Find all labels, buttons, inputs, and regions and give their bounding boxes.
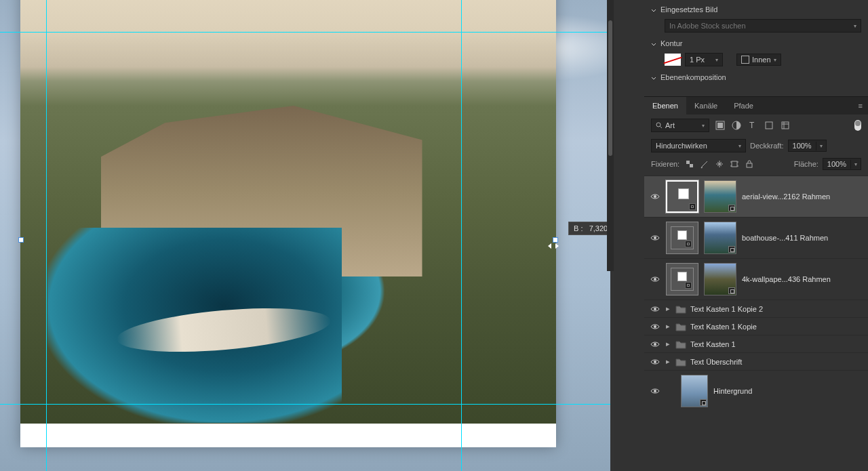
tab-paths[interactable]: Pfade	[726, 97, 762, 115]
guide-horizontal[interactable]	[0, 404, 610, 405]
layer-group-row[interactable]: ▸ Text Kasten 1 Kopie 2	[644, 300, 868, 317]
tab-layers[interactable]: Ebenen	[644, 97, 686, 115]
visibility-toggle[interactable]	[650, 356, 660, 367]
svg-point-13	[654, 237, 656, 239]
guide-horizontal[interactable]	[0, 32, 610, 33]
section-layer-comp[interactable]: Ebenenkomposition	[651, 70, 861, 84]
svg-point-19	[654, 390, 656, 392]
visibility-toggle[interactable]	[650, 232, 660, 243]
layer-name[interactable]: 4k-wallpape...436 Rahmen	[742, 275, 863, 283]
visibility-toggle[interactable]	[650, 339, 660, 350]
visibility-toggle[interactable]	[650, 274, 660, 285]
layer-thumbnail[interactable]	[704, 180, 736, 213]
transform-handle-left[interactable]	[18, 237, 24, 243]
frame-thumbnail[interactable]	[666, 263, 698, 295]
filter-type-icon[interactable]: T	[747, 120, 758, 131]
fill-value: 100%	[823, 159, 850, 169]
filter-pixel-icon[interactable]	[715, 120, 726, 131]
chevron-down-icon: ▾	[774, 57, 776, 63]
frame-thumbnail[interactable]	[666, 180, 698, 213]
layer-name[interactable]: Hintergrund	[713, 387, 863, 395]
visibility-toggle[interactable]	[650, 304, 660, 314]
stroke-align-icon	[741, 56, 749, 64]
folder-icon	[675, 357, 686, 367]
stock-search-dropdown[interactable]: In Adobe Stock suchen ▾	[665, 19, 861, 33]
document-frame[interactable]	[20, 0, 556, 447]
svg-rect-11	[747, 163, 752, 167]
folder-icon	[675, 322, 686, 331]
visibility-toggle[interactable]	[650, 386, 660, 396]
vertical-scrollbar[interactable]	[607, 0, 614, 271]
lock-artboard-icon[interactable]	[728, 158, 741, 170]
section-stroke[interactable]: Kontur	[651, 37, 861, 50]
layer-thumbnail[interactable]	[681, 375, 708, 407]
layer-row[interactable]: 4k-wallpape...436 Rahmen	[644, 258, 868, 300]
lock-all-icon[interactable]	[743, 158, 755, 170]
svg-point-0	[656, 123, 660, 127]
layer-row[interactable]: Hintergrund	[644, 370, 868, 411]
filter-kind-label: Art	[665, 121, 675, 129]
search-icon	[656, 122, 663, 129]
layer-thumbnail[interactable]	[704, 263, 736, 295]
filter-toggle[interactable]	[854, 120, 861, 131]
frame-thumbnail[interactable]	[666, 222, 698, 254]
fill-input[interactable]: 100% ▾	[823, 158, 861, 170]
layer-name[interactable]: Text Kasten 1 Kopie 2	[690, 305, 863, 313]
frame-badge-icon	[685, 282, 692, 289]
layer-name[interactable]: Text Kasten 1 Kopie	[690, 323, 863, 331]
frame-badge-icon	[685, 241, 692, 247]
layer-group-row[interactable]: ▸ Text Kasten 1	[644, 335, 868, 352]
layer-name[interactable]: aerial-view...2162 Rahmen	[742, 192, 863, 201]
properties-panel: Eingesetztes Bild In Adobe Stock suchen …	[644, 0, 868, 87]
lock-position-icon[interactable]	[713, 158, 726, 170]
layer-name[interactable]: boathouse-...411 Rahmen	[742, 234, 863, 242]
chevron-right-icon[interactable]: ▸	[665, 304, 671, 313]
canvas-area[interactable]: B : 7,320 Zoll	[0, 0, 610, 471]
measurement-tooltip: B : 7,320 Zoll	[568, 222, 610, 235]
guide-vertical[interactable]	[46, 0, 47, 471]
tab-channels[interactable]: Kanäle	[686, 97, 726, 115]
layer-group-row[interactable]: ▸ Text Kasten 1 Kopie	[644, 317, 868, 335]
layer-row[interactable]: boathouse-...411 Rahmen	[644, 217, 868, 258]
panel-tabs: Ebenen Kanäle Pfade ≡	[644, 97, 868, 115]
filter-adjustment-icon[interactable]	[731, 120, 742, 131]
svg-point-16	[654, 325, 656, 328]
section-title: Ebenenkomposition	[660, 73, 726, 81]
lock-pixels-icon[interactable]	[698, 158, 711, 170]
blend-mode-dropdown[interactable]: Hindurchwirken ▾	[651, 139, 746, 152]
layer-row[interactable]: aerial-view...2162 Rahmen	[644, 176, 868, 217]
frame-badge-icon	[689, 203, 696, 210]
layer-thumbnail[interactable]	[704, 222, 736, 254]
stroke-color-swatch[interactable]	[665, 54, 681, 66]
chevron-right-icon[interactable]: ▸	[665, 357, 671, 366]
resize-cursor-icon	[548, 241, 559, 248]
fill-label: Fläche:	[794, 160, 818, 168]
filter-shape-icon[interactable]	[764, 120, 774, 131]
visibility-toggle[interactable]	[650, 321, 660, 332]
stroke-align-dropdown[interactable]: Innen ▾	[736, 54, 781, 66]
chevron-right-icon[interactable]: ▸	[665, 340, 671, 348]
svg-point-14	[654, 278, 656, 281]
stroke-width-input[interactable]: 1 Px ▾	[685, 53, 723, 66]
chevron-right-icon[interactable]: ▸	[665, 322, 671, 331]
blend-mode-value: Hindurchwirken	[656, 142, 707, 150]
placed-image[interactable]	[20, 0, 556, 447]
panel-dock-spacer	[614, 0, 644, 471]
lock-label: Fixieren:	[651, 160, 679, 168]
opacity-input[interactable]: 100% ▾	[788, 140, 827, 152]
scrollbar-thumb[interactable]	[608, 20, 612, 156]
svg-rect-10	[732, 161, 737, 167]
document-area	[20, 424, 556, 447]
visibility-toggle[interactable]	[650, 191, 660, 202]
filter-kind-dropdown[interactable]: Art ▾	[651, 119, 709, 132]
panel-menu-icon[interactable]: ≡	[853, 102, 868, 110]
layer-name[interactable]: Text Überschrift	[690, 358, 863, 366]
layer-name[interactable]: Text Kasten 1	[690, 340, 863, 348]
filter-smartobject-icon[interactable]	[780, 120, 791, 131]
lock-transparency-icon[interactable]	[684, 158, 696, 170]
chevron-down-icon: ▾	[702, 123, 705, 129]
layer-group-row[interactable]: ▸ Text Überschrift	[644, 352, 868, 370]
guide-vertical[interactable]	[461, 0, 462, 471]
section-embedded-image[interactable]: Eingesetztes Bild	[651, 3, 861, 16]
chevron-down-icon: ▾	[715, 57, 718, 63]
